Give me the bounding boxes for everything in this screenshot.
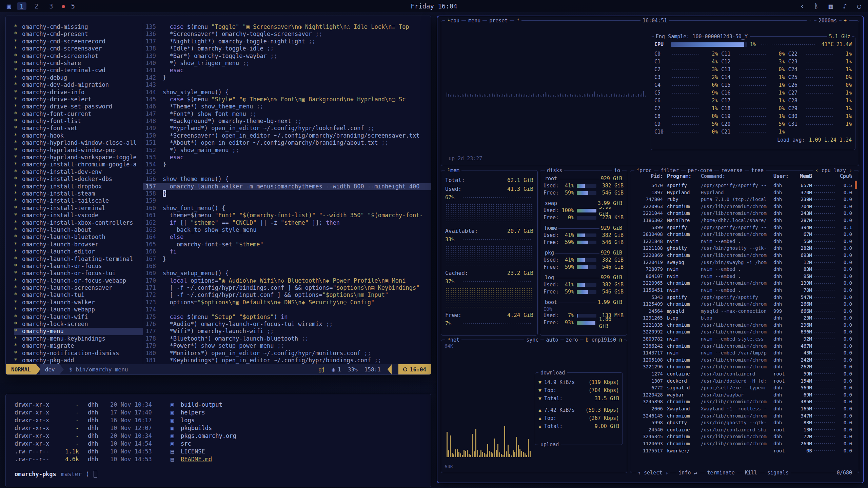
code-line[interactable]: 151 *About*) open_in_editor ~/.config/om…: [143, 139, 431, 146]
interval-decrease-button[interactable]: -: [807, 17, 814, 24]
process-row[interactable]: 1205108chromium/usr/lib/chromium/chromdh…: [634, 357, 852, 364]
process-row[interactable]: 1220419swaybg/usr/bin/swaybg -i /homdhh1…: [634, 259, 852, 266]
net-sync-button[interactable]: sync: [524, 336, 540, 344]
process-row[interactable]: 3386242chromium/usr/lib/chromium/chromdh…: [634, 343, 852, 350]
process-row[interactable]: 24564mysqldmysqld --max-connection999666…: [634, 308, 852, 315]
code-line[interactable]: 146 *Theme*) show_theme_menu ;;: [143, 103, 431, 110]
process-row[interactable]: 1175517kworker/root0B0.0: [634, 447, 852, 454]
process-row[interactable]: 3220965chromium/usr/lib/chromium/chromdh…: [634, 280, 852, 287]
file-name[interactable]: README.md: [181, 455, 212, 463]
process-row[interactable]: 3221044chromium/usr/lib/chromium/chromdh…: [634, 210, 852, 217]
file-tree-item[interactable]: *omarchy-launch-wifi: [14, 313, 143, 321]
code-line[interactable]: 180 *Monitors*) open_in_editor ~/.config…: [143, 350, 431, 357]
code-line[interactable]: 142}: [143, 74, 431, 81]
file-tree-item[interactable]: *omarchy-launch-or-focus: [14, 263, 143, 270]
clock[interactable]: Friday 16:04: [411, 2, 457, 10]
file-tree-item[interactable]: *omarchy-launch-or-focus-webapp: [14, 277, 143, 284]
code-line[interactable]: 173 options="$options\n▣ Defaults\n◈ DNS…: [143, 299, 431, 306]
code-line[interactable]: 157 omarchy-launch-walker -m menus:omarc…: [143, 183, 431, 190]
file-tree-item[interactable]: *omarchy-font-current: [14, 110, 143, 118]
code-line[interactable]: 149 *Hyprland*) open_in_editor ~/.config…: [143, 125, 431, 132]
file-tree-item[interactable]: *omarchy-migrate: [14, 342, 143, 349]
process-row[interactable]: 3809782nvimnvim --embed style.cssdhh92M0…: [634, 336, 852, 343]
process-row[interactable]: 1186302MainThre/home/dhh/.local/share/dh…: [634, 217, 852, 224]
code-line[interactable]: 169show_setup_menu() {: [143, 270, 431, 277]
file-tree-item[interactable]: *omarchy-drive-select: [14, 96, 143, 103]
process-row[interactable]: 3246345chromium/usr/lib/chromium/chromdh…: [634, 433, 852, 440]
process-row[interactable]: 728079nvimnvim --embed .dhh83M0.0: [634, 266, 852, 273]
code-line[interactable]: 140 *) show_trigger_menu ;;: [143, 60, 431, 67]
code-line[interactable]: 174: [143, 306, 431, 313]
bluetooth-icon[interactable]: ᛒ: [814, 2, 818, 10]
file-tree-item[interactable]: *omarchy-drive-set-password: [14, 103, 143, 110]
process-row[interactable]: 1291265btopbtopdhh23M0.0: [634, 314, 852, 322]
code-line[interactable]: 162 if [[ "$theme" == "CNCLD" || -z "$th…: [143, 219, 431, 226]
code-line[interactable]: 136 *Screensaver*) omarchy-toggle-screen…: [143, 30, 431, 38]
logo-icon[interactable]: ▣: [7, 2, 11, 10]
file-tree-item[interactable]: *omarchy-hyprland-window-close-all: [14, 139, 143, 146]
file-tree-item[interactable]: *omarchy-font-set: [14, 125, 143, 132]
signals-hint[interactable]: signals: [765, 469, 791, 476]
process-row[interactable]: 3246145chromium/usr/lib/chromium/chromdh…: [634, 412, 852, 420]
file-tree-item[interactable]: *omarchy-cmd-terminal-cwd: [14, 67, 143, 74]
code-line[interactable]: 163 back_to show_style_menu: [143, 226, 431, 233]
file-tree-item[interactable]: *omarchy-launch-screensaver: [14, 284, 143, 291]
process-row[interactable]: 2006XwaylandXwayland :1 -rootless -dhh16…: [634, 405, 852, 412]
process-row[interactable]: 1307dockerd/usr/bin/dockerd -H fd:root15…: [634, 378, 852, 385]
file-tree-item[interactable]: *omarchy-launch-or-focus-tui: [14, 270, 143, 277]
file-tree-item[interactable]: *omarchy-install-tailscale: [14, 197, 143, 204]
volume-icon[interactable]: ♪: [843, 2, 847, 10]
code-line[interactable]: 158}: [143, 190, 431, 197]
file-tree-item[interactable]: *omarchy-launch-walker: [14, 299, 143, 306]
file-tree-item[interactable]: *omarchy-hyprland-window-pop: [14, 147, 143, 154]
code-line[interactable]: 154}: [143, 161, 431, 168]
code-line[interactable]: 181 *Keybindings*) open_in_editor ~/.con…: [143, 357, 431, 364]
code-line[interactable]: 164 else: [143, 233, 431, 241]
preset-button[interactable]: preset: [487, 17, 510, 24]
code-line[interactable]: 178 *Bluetooth*) omarchy-launch-bluetoot…: [143, 335, 431, 342]
code-line[interactable]: 143: [143, 81, 431, 88]
file-tree-item[interactable]: *omarchy-launch-bluetooth: [14, 233, 143, 241]
chevron-left-icon[interactable]: ‹: [800, 2, 804, 10]
process-row[interactable]: 1143717nvimnvim --embed /var/tmp/pdhh43M…: [634, 349, 852, 357]
file-tree-item[interactable]: *omarchy-drive-info: [14, 89, 143, 96]
code-line[interactable]: 147 *Font*) show_font_menu ;;: [143, 110, 431, 118]
code-line[interactable]: 155: [143, 168, 431, 176]
file-tree-item[interactable]: *omarchy-launch-about: [14, 226, 143, 233]
select-hint[interactable]: ↑ select ↓: [636, 469, 670, 476]
file-tree-item[interactable]: *omarchy-cmd-screenshot: [14, 53, 143, 60]
file-tree-item[interactable]: *omarchy-install-vscode: [14, 212, 143, 219]
workspace-3[interactable]: 3: [46, 2, 56, 10]
power-icon[interactable]: ○: [857, 2, 861, 10]
io-toggle[interactable]: io: [612, 167, 622, 174]
process-row[interactable]: 1897HyprlandHyprlanddhh370M0.0: [634, 189, 852, 196]
code-line[interactable]: 159: [143, 197, 431, 204]
menu-button[interactable]: menu: [466, 17, 482, 24]
code-line[interactable]: 166 fi: [143, 248, 431, 255]
file-tree-item[interactable]: *omarchy-launch-editor: [14, 248, 143, 255]
process-row[interactable]: 3220869chromium/usr/lib/chromium/chromdh…: [634, 252, 852, 259]
code-line[interactable]: 175 case $(menu "Setup" "$options") in: [143, 313, 431, 321]
file-tree-item[interactable]: *omarchy-cmd-present: [14, 30, 143, 38]
process-row[interactable]: 1221188ghostty/usr/bin/ghostty --gtk-dhh…: [634, 245, 852, 252]
file-tree-item[interactable]: *omarchy-install-dropbox: [14, 183, 143, 190]
code-line[interactable]: 168: [143, 263, 431, 270]
process-row[interactable]: 5343spotify/opt/spotify/spotifydhh547M0.…: [634, 294, 852, 301]
process-row[interactable]: 24540containe/usr/bin/containerd-shiroot…: [634, 426, 852, 433]
code-line[interactable]: 171 [ -f ~/.config/hypr/bindings.conf ] …: [143, 284, 431, 291]
file-tree-item[interactable]: *omarchy-install-chromium-google-a: [14, 161, 143, 168]
file-tree-item[interactable]: *omarchy-dev-add-migration: [14, 81, 143, 88]
terminate-hint[interactable]: terminate: [705, 469, 737, 476]
process-row[interactable]: 3220992chromium/usr/lib/chromium/chromdh…: [634, 328, 852, 336]
process-row[interactable]: 1274containe/usr/bin/containerdroot59M0.…: [634, 370, 852, 378]
code-line[interactable]: 156show_theme_menu() {: [143, 176, 431, 183]
shell-prompt[interactable]: omarchy-pkgs master ): [15, 471, 431, 477]
process-row[interactable]: 1156451nvimnvim --embed .dhh70M0.0: [634, 287, 852, 294]
code-line[interactable]: 176 *Audio*) omarchy-launch-or-focus-tui…: [143, 321, 431, 328]
code-line[interactable]: 161 theme=$(menu "Font" "$(omarchy-font-…: [143, 212, 431, 219]
file-tree-item[interactable]: *omarchy-debug: [14, 74, 143, 81]
file-tree-item[interactable]: *omarchy-install-steam: [14, 190, 143, 197]
code-line[interactable]: 139 *Bar*) omarchy-toggle-waybar ;;: [143, 53, 431, 60]
code-line[interactable]: 160show_font_menu() {: [143, 205, 431, 212]
file-tree-item[interactable]: *omarchy-font-list: [14, 118, 143, 125]
